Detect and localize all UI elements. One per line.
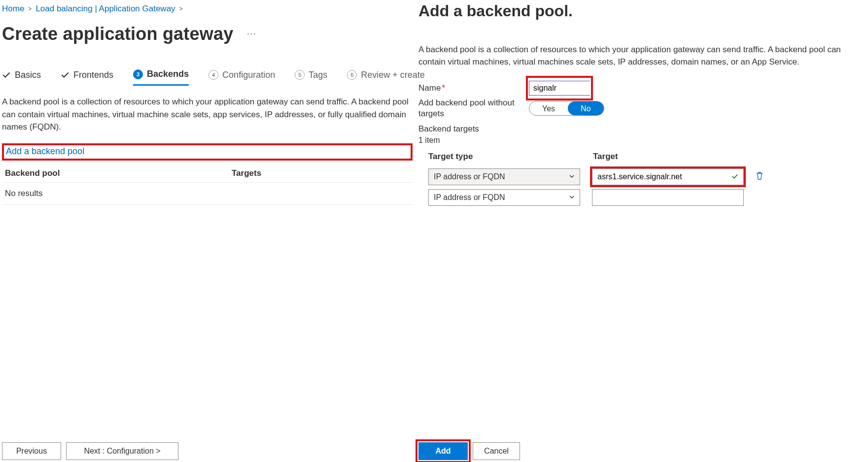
step-number-icon: 4 bbox=[208, 70, 218, 80]
chevron-down-icon bbox=[569, 173, 575, 181]
column-target: Target bbox=[593, 152, 746, 162]
add-backend-pool-highlight: Add a backend pool bbox=[2, 143, 413, 161]
tab-basics[interactable]: Basics bbox=[2, 70, 41, 85]
required-asterisk: * bbox=[442, 83, 445, 93]
delete-icon[interactable] bbox=[756, 171, 764, 183]
more-menu-icon[interactable]: ··· bbox=[245, 28, 258, 40]
name-row: Name* bbox=[418, 81, 868, 96]
no-targets-row: Add backend pool without targets Yes No bbox=[418, 98, 868, 119]
breadcrumb-loadbalancing[interactable]: Load balancing | Application Gateway bbox=[35, 4, 175, 14]
target-row-1: IP address or FQDN bbox=[428, 168, 868, 185]
tab-backends[interactable]: 3 Backends bbox=[133, 69, 189, 86]
target-type-value-1: IP address or FQDN bbox=[434, 172, 505, 181]
targets-header: Target type Target bbox=[428, 152, 868, 165]
add-backend-pool-link[interactable]: Add a backend pool bbox=[6, 146, 84, 156]
column-targets: Targets bbox=[232, 168, 410, 178]
cancel-button[interactable]: Cancel bbox=[473, 442, 520, 460]
step-number-icon: 5 bbox=[295, 70, 305, 80]
chevron-down-icon bbox=[569, 194, 575, 201]
tab-configuration-label: Configuration bbox=[222, 70, 275, 80]
backend-targets-heading: Backend targets bbox=[418, 124, 868, 134]
checkmark-icon bbox=[2, 70, 11, 79]
target-input-2[interactable] bbox=[597, 193, 721, 202]
tab-tags[interactable]: 5 Tags bbox=[295, 70, 327, 85]
tab-basics-label: Basics bbox=[15, 70, 41, 80]
breadcrumb-sep-icon: > bbox=[179, 5, 183, 12]
target-row-2: IP address or FQDN bbox=[428, 189, 868, 206]
name-input[interactable] bbox=[529, 81, 590, 96]
tab-tags-label: Tags bbox=[309, 70, 327, 80]
side-panel: Add a backend pool. A backend pool is a … bbox=[415, 0, 868, 462]
tab-frontends[interactable]: Frontends bbox=[61, 70, 113, 85]
breadcrumb: Home > Load balancing | Application Gate… bbox=[2, 0, 413, 17]
side-panel-description: A backend pool is a collection of resour… bbox=[418, 44, 868, 68]
table-header: Backend pool Targets bbox=[2, 165, 413, 183]
backends-description: A backend pool is a collection of resour… bbox=[2, 96, 413, 133]
target-type-value-2: IP address or FQDN bbox=[434, 193, 505, 202]
tab-configuration[interactable]: 4 Configuration bbox=[208, 70, 275, 85]
add-button[interactable]: Add bbox=[418, 442, 468, 460]
toggle-no[interactable]: No bbox=[568, 101, 603, 115]
backend-pool-form: Name* Add backend pool without targets Y… bbox=[418, 77, 868, 206]
column-target-type: Target type bbox=[428, 152, 581, 162]
target-type-select-1[interactable]: IP address or FQDN bbox=[428, 168, 580, 185]
main-content: Home > Load balancing | Application Gate… bbox=[0, 0, 415, 462]
target-value-highlight bbox=[590, 166, 746, 187]
checkmark-icon bbox=[731, 173, 738, 181]
step-number-icon: 6 bbox=[347, 70, 357, 80]
checkmark-icon bbox=[61, 70, 69, 79]
side-panel-title: Add a backend pool. bbox=[418, 2, 868, 20]
wizard-footer: Previous Next : Configuration > bbox=[2, 442, 178, 460]
target-input-2-wrap bbox=[592, 189, 744, 206]
name-label-text: Name bbox=[418, 83, 441, 93]
column-backend-pool: Backend pool bbox=[5, 168, 232, 178]
target-type-select-2[interactable]: IP address or FQDN bbox=[428, 189, 580, 206]
side-panel-footer: Add Cancel bbox=[418, 442, 520, 460]
next-button[interactable]: Next : Configuration > bbox=[66, 442, 178, 460]
breadcrumb-sep-icon: > bbox=[28, 5, 32, 12]
add-button-highlight: Add bbox=[416, 439, 471, 462]
page-title: Create application gateway bbox=[2, 24, 233, 44]
tab-backends-label: Backends bbox=[147, 69, 189, 79]
title-row: Create application gateway ··· bbox=[2, 24, 413, 44]
table-row-empty: No results bbox=[2, 183, 413, 205]
no-targets-label: Add backend pool without targets bbox=[418, 98, 529, 119]
step-number-icon: 3 bbox=[133, 69, 143, 79]
items-count: 1 item bbox=[418, 136, 868, 145]
backends-description-text: A backend pool is a collection of resour… bbox=[2, 96, 413, 133]
backend-pools-table: Backend pool Targets No results bbox=[2, 165, 413, 205]
tab-review[interactable]: 6 Review + create bbox=[347, 70, 425, 85]
tab-frontends-label: Frontends bbox=[73, 70, 113, 80]
wizard-tabs: Basics Frontends 3 Backends 4 Configurat… bbox=[2, 69, 413, 86]
previous-button[interactable]: Previous bbox=[2, 442, 61, 460]
name-label: Name* bbox=[418, 83, 529, 93]
targets-table: Target type Target IP address or FQDN bbox=[428, 152, 868, 206]
target-input-1-wrap bbox=[592, 168, 744, 185]
target-input-1[interactable] bbox=[597, 172, 721, 181]
name-field-highlight bbox=[526, 76, 593, 100]
yes-no-toggle[interactable]: Yes No bbox=[529, 101, 604, 116]
toggle-yes[interactable]: Yes bbox=[529, 101, 568, 115]
breadcrumb-home[interactable]: Home bbox=[2, 4, 24, 14]
